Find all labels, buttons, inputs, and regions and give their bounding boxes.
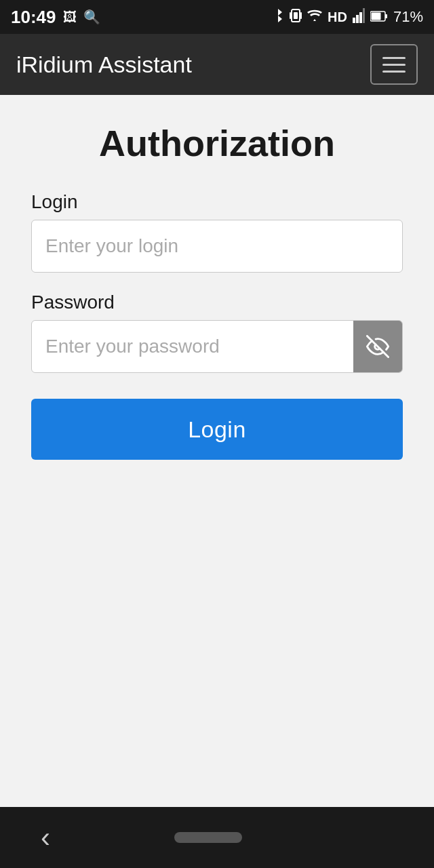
password-form-group: Password — [31, 292, 403, 373]
wifi-icon — [307, 9, 322, 25]
hamburger-line-3 — [382, 71, 406, 73]
search-status-icon: 🔍 — [83, 9, 100, 25]
vibrate-icon — [290, 8, 302, 26]
eye-off-icon — [366, 335, 389, 358]
svg-rect-3 — [300, 12, 302, 19]
back-button[interactable]: ‹ — [27, 814, 64, 861]
svg-rect-2 — [290, 12, 291, 19]
hamburger-line-1 — [382, 57, 406, 59]
login-button[interactable]: Login — [31, 399, 403, 460]
page-title: Authorization — [31, 122, 403, 164]
svg-rect-6 — [359, 12, 362, 23]
hd-label: HD — [328, 9, 347, 25]
login-form-group: Login — [31, 191, 403, 273]
status-right: HD 71% — [272, 8, 423, 26]
status-time: 10:49 — [11, 7, 56, 28]
login-input[interactable] — [32, 220, 402, 272]
svg-rect-7 — [363, 8, 365, 23]
home-pill[interactable] — [174, 832, 242, 843]
login-label: Login — [31, 191, 403, 213]
hamburger-line-2 — [382, 64, 406, 66]
back-icon: ‹ — [41, 821, 50, 853]
toggle-password-visibility-button[interactable] — [353, 321, 402, 372]
status-left: 10:49 🖼 🔍 — [11, 7, 100, 28]
password-label: Password — [31, 292, 403, 313]
app-title: iRidium Assistant — [16, 52, 192, 78]
battery-percent: 71% — [393, 8, 423, 26]
hamburger-menu-button[interactable] — [370, 44, 418, 85]
gallery-icon: 🖼 — [63, 9, 77, 25]
password-input-wrapper — [31, 320, 403, 373]
svg-rect-1 — [294, 12, 298, 19]
login-input-wrapper — [31, 220, 403, 273]
status-bar: 10:49 🖼 🔍 HD — [0, 0, 434, 34]
signal-icon — [353, 8, 365, 26]
svg-rect-9 — [371, 12, 380, 20]
bluetooth-icon — [272, 8, 284, 26]
bottom-nav: ‹ — [0, 807, 434, 868]
password-input[interactable] — [32, 321, 353, 372]
app-header: iRidium Assistant — [0, 34, 434, 95]
svg-rect-4 — [353, 18, 355, 23]
battery-icon — [370, 9, 388, 25]
svg-rect-10 — [385, 14, 387, 18]
svg-rect-5 — [356, 15, 359, 23]
main-content: Authorization Login Password Login — [0, 95, 434, 807]
